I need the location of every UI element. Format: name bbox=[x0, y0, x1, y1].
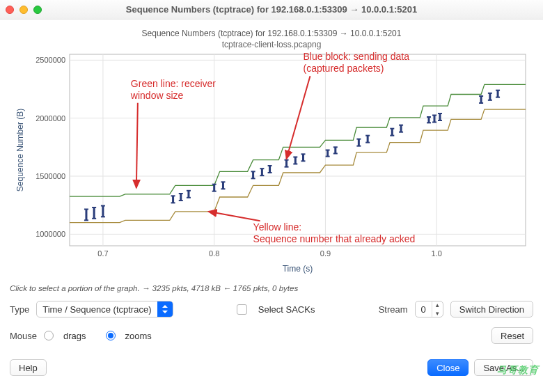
type-select[interactable]: Time / Sequence (tcptrace) bbox=[36, 301, 173, 317]
sequence-chart[interactable]: Sequence Numbers (tcptrace) for 192.168.… bbox=[10, 26, 533, 277]
stream-stepper[interactable]: 0 ▲▼ bbox=[415, 301, 443, 317]
caret-updown-icon bbox=[157, 301, 173, 317]
watermark: 马哥教育 bbox=[497, 364, 539, 377]
reset-label: Reset bbox=[501, 331, 524, 341]
svg-text:1.0: 1.0 bbox=[432, 249, 442, 258]
svg-text:0.7: 0.7 bbox=[97, 249, 108, 258]
stepper-arrows-icon: ▲▼ bbox=[432, 301, 443, 317]
switch-direction-label: Switch Direction bbox=[459, 304, 524, 315]
svg-text:2500000: 2500000 bbox=[36, 56, 65, 64]
svg-line-101 bbox=[136, 103, 138, 188]
bottom-row: Help Close Save As... bbox=[0, 359, 543, 384]
svg-text:Time (s): Time (s) bbox=[283, 264, 313, 274]
titlebar: Sequence Numbers (tcptrace) for 192.168.… bbox=[0, 0, 543, 19]
svg-text:Sequence number that already a: Sequence number that already acked bbox=[253, 233, 416, 244]
svg-text:2000000: 2000000 bbox=[36, 114, 65, 123]
svg-text:window size: window size bbox=[130, 90, 184, 101]
svg-line-107 bbox=[209, 212, 260, 221]
switch-direction-button[interactable]: Switch Direction bbox=[450, 301, 533, 317]
help-button[interactable]: Help bbox=[10, 359, 47, 376]
window-title: Sequence Numbers (tcptrace) for 192.168.… bbox=[0, 4, 543, 15]
controls-panel: Type Time / Sequence (tcptrace) Select S… bbox=[0, 299, 543, 359]
close-label: Close bbox=[436, 363, 459, 373]
mouse-label: Mouse bbox=[10, 331, 37, 341]
svg-text:0.8: 0.8 bbox=[209, 249, 219, 258]
status-line: Click to select a portion of the graph. … bbox=[0, 280, 543, 299]
svg-text:1000000: 1000000 bbox=[36, 230, 65, 238]
select-sacks-checkbox[interactable] bbox=[237, 304, 247, 315]
mouse-drags-radio[interactable] bbox=[44, 331, 54, 340]
mouse-zooms-label: zooms bbox=[125, 331, 152, 341]
type-select-value: Time / Sequence (tcptrace) bbox=[37, 304, 157, 315]
svg-text:Blue block: sending data: Blue block: sending data bbox=[303, 51, 409, 62]
help-label: Help bbox=[19, 363, 38, 373]
svg-text:0.9: 0.9 bbox=[320, 249, 331, 258]
mouse-zooms-radio[interactable] bbox=[106, 331, 116, 340]
type-label: Type bbox=[10, 304, 29, 315]
svg-text:tcptrace-client-loss.pcapng: tcptrace-client-loss.pcapng bbox=[222, 40, 322, 49]
svg-text:Sequence Number (B): Sequence Number (B) bbox=[15, 109, 25, 191]
mouse-drags-label: drags bbox=[63, 331, 86, 341]
close-button[interactable]: Close bbox=[427, 359, 469, 376]
chart-area[interactable]: Sequence Numbers (tcptrace) for 192.168.… bbox=[0, 19, 543, 280]
svg-text:Green line: receiver: Green line: receiver bbox=[131, 78, 217, 89]
reset-button[interactable]: Reset bbox=[491, 327, 533, 344]
stream-label: Stream bbox=[379, 304, 408, 315]
stream-value: 0 bbox=[416, 304, 432, 315]
svg-text:1500000: 1500000 bbox=[36, 172, 65, 180]
svg-line-104 bbox=[287, 76, 310, 159]
svg-text:Sequence Numbers (tcptrace) fo: Sequence Numbers (tcptrace) for 192.168.… bbox=[142, 29, 402, 38]
select-sacks-label: Select SACKs bbox=[258, 304, 315, 315]
svg-text:Yellow line:: Yellow line: bbox=[253, 221, 302, 233]
svg-text:(captured packets): (captured packets) bbox=[303, 63, 384, 74]
